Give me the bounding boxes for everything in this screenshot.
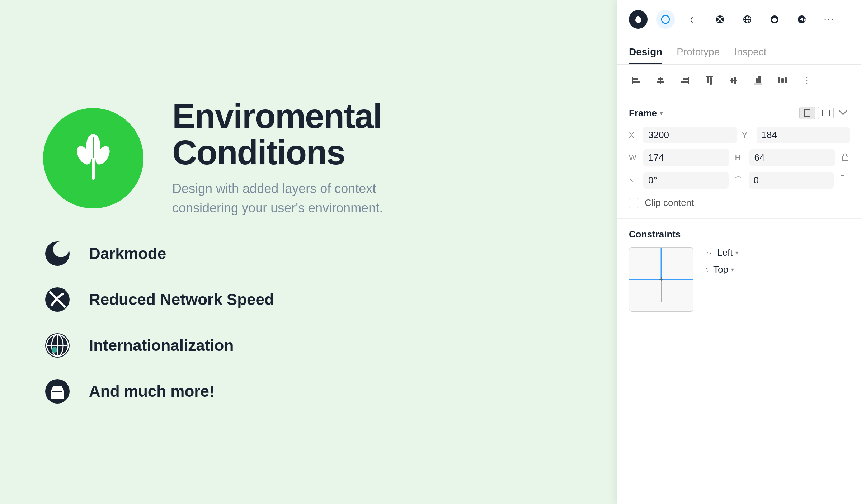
svg-rect-54 [804,109,810,117]
w-value[interactable]: 174 [643,149,729,166]
collapse-icon[interactable] [837,107,850,119]
x-value[interactable]: 3200 [643,127,737,143]
hero-section: EnviromentalConditions Design with added… [43,98,423,406]
hero-top: EnviromentalConditions Design with added… [43,98,423,218]
w-field-pair: W 174 [629,149,729,166]
hero-title: EnviromentalConditions [172,98,423,171]
svg-rect-50 [758,76,761,83]
h-value[interactable]: 64 [749,149,836,166]
svg-rect-40 [683,78,688,80]
toolbar-moon-icon[interactable] [683,10,702,29]
distribute-btn[interactable] [774,72,791,89]
constraints-title: Constraints [629,229,681,240]
h-field-pair: H 64 [735,149,836,166]
corner-value[interactable]: 0 [749,172,834,189]
globe-icon [43,331,72,360]
svg-rect-53 [785,77,787,83]
landscape-btn[interactable] [818,107,834,119]
vertical-arrow-icon: ↕ [705,265,709,274]
toolbar-megaphone-icon[interactable] [792,10,811,29]
align-center-h-btn[interactable] [725,72,742,89]
frame-section-header: Frame ▾ [629,107,850,119]
feature-darkmode: Darkmode [43,239,423,268]
clip-content-checkbox[interactable] [629,198,639,208]
feature-more: And much more! [43,377,423,406]
features-list: Darkmode Reduced Network Speed [43,239,423,406]
toolbar-globe-icon[interactable] [738,10,757,29]
tab-inspect[interactable]: Inspect [734,46,766,64]
clip-content-row: Clip content [629,194,850,208]
svg-rect-35 [633,81,640,83]
rotation-value[interactable]: 0° [643,172,729,189]
network-label: Reduced Network Speed [89,291,274,308]
more-align-btn[interactable]: ⋮ [798,72,815,89]
align-left-btn[interactable] [627,72,645,89]
more-label: And much more! [89,382,215,400]
horizontal-constraint-value: Left [717,247,733,258]
i18n-label: Internationalization [89,336,234,354]
vertical-chevron-icon: ▾ [731,266,734,273]
constraints-section: Constraints + ↔ Left ▾ [617,219,861,322]
svg-rect-49 [756,78,758,83]
lock-icon[interactable] [841,152,850,164]
feature-network: Reduced Network Speed [43,285,423,314]
frame-dropdown-icon[interactable]: ▾ [660,109,663,117]
svg-rect-52 [781,78,784,83]
svg-rect-43 [707,77,709,83]
constraints-visual: + ↔ Left ▾ ↕ Top ▾ [629,247,850,312]
svg-point-14 [52,347,57,353]
panel-toolbar: ··· [617,0,861,39]
darkmode-label: Darkmode [89,245,166,263]
hero-text: EnviromentalConditions Design with added… [172,98,423,218]
svg-point-28 [776,21,777,22]
xy-row: X 3200 Y 184 [629,127,850,143]
x-label: X [629,131,640,140]
y-value[interactable]: 184 [757,127,850,143]
toolbar-circle-active-icon[interactable] [656,10,675,29]
constraint-grid: + [629,247,693,312]
svg-line-56 [839,111,843,114]
align-top-btn[interactable] [701,72,718,89]
frame-section-title: Frame [629,108,657,119]
svg-point-19 [662,15,669,23]
toolbar-more-icon[interactable]: ··· [820,10,838,29]
toolbar-leaf-icon[interactable] [629,10,648,29]
moon-icon [43,239,72,268]
svg-rect-37 [658,78,663,80]
corner-label: ⌒ [734,175,746,186]
vertical-constraint-value: Top [713,264,728,275]
constraint-plus: + [659,275,664,284]
align-bottom-btn[interactable] [749,72,767,89]
svg-rect-34 [633,78,638,80]
frame-title-row: Frame ▾ [629,108,663,119]
y-field-pair: Y 184 [742,127,850,143]
tab-prototype[interactable]: Prototype [677,46,720,64]
frame-orient-btns [799,107,850,119]
horizontal-constraint-row: ↔ Left ▾ [705,247,850,258]
hero-subtitle: Design with added layers of context cons… [172,179,423,218]
panel-tabs: Design Prototype Inspect [617,39,861,65]
toolbar-car-icon[interactable] [765,10,784,29]
tab-design[interactable]: Design [629,46,662,64]
svg-rect-16 [51,391,64,399]
h-label: H [735,153,747,162]
svg-point-27 [772,21,773,22]
vertical-constraint-dropdown[interactable]: Top ▾ [713,264,734,275]
rotation-field-pair: ↖ 0° [629,172,729,189]
align-center-v-btn[interactable] [652,72,669,89]
portrait-btn[interactable] [799,107,815,119]
plant-logo-icon [65,129,122,187]
box-icon [43,377,72,406]
svg-rect-46 [731,78,733,83]
x-field-pair: X 3200 [629,127,737,143]
svg-rect-38 [657,81,664,83]
align-toolbar: ⋮ [617,65,861,96]
align-right-btn[interactable] [676,72,693,89]
svg-rect-44 [710,77,712,85]
logo-circle [43,108,144,208]
corner-expand-icon[interactable] [839,174,850,187]
svg-rect-51 [778,77,780,83]
main-content: EnviromentalConditions Design with added… [0,0,646,504]
toolbar-nosignal-icon[interactable] [711,10,729,29]
horizontal-constraint-dropdown[interactable]: Left ▾ [717,247,738,258]
